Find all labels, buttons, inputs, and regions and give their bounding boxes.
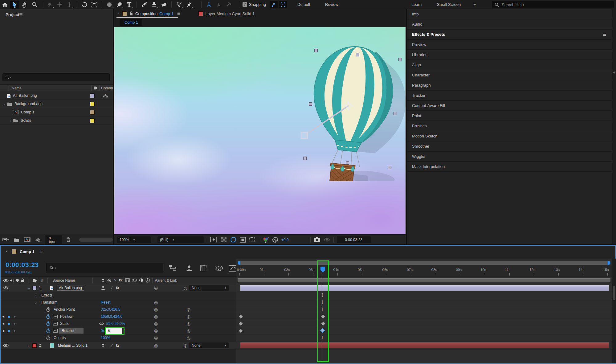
grid-guides-icon[interactable] — [249, 237, 256, 243]
effects-group-row[interactable]: › Effects — [1, 292, 236, 299]
stopwatch-icon-active[interactable] — [46, 314, 51, 319]
fx-switch-icon[interactable]: fx — [119, 278, 122, 282]
resolution-dropdown[interactable]: (Full)▾ — [157, 236, 204, 243]
sidebar-panel-audio[interactable]: Audio — [407, 19, 612, 30]
parent-pickwhip-icon[interactable]: ◎ — [187, 328, 190, 333]
sidebar-panel-character[interactable]: Character — [407, 70, 612, 80]
layer-handle[interactable] — [388, 166, 391, 169]
prev-keyframe-icon[interactable]: ◀ — [2, 315, 4, 318]
label-column-icon[interactable] — [32, 279, 37, 283]
new-folder-icon[interactable] — [14, 238, 19, 242]
composition-viewer[interactable] — [114, 27, 406, 234]
layer-source-name[interactable]: Medium ... Solid 1 — [58, 343, 88, 348]
axis-local-icon[interactable] — [204, 1, 214, 9]
sidebar-panel-tracker[interactable]: Tracker — [407, 91, 612, 101]
keyframe-toggle-icon[interactable]: ◆ — [8, 329, 10, 333]
video-column-eye-icon[interactable] — [3, 279, 9, 282]
quality-switch-icon[interactable]: ⟍ — [114, 278, 116, 282]
solo-column-icon[interactable] — [16, 279, 19, 282]
mask-visibility-icon[interactable] — [240, 237, 246, 243]
keyframe[interactable] — [239, 315, 243, 319]
snapshot-camera-icon[interactable] — [314, 237, 320, 242]
next-keyframe-icon[interactable]: ▶ — [14, 315, 16, 318]
timeline-tab-name[interactable]: Comp 1 — [20, 249, 35, 254]
layer-source-name[interactable]: Air Ballon.png — [57, 285, 84, 291]
workspace-tab-learn[interactable]: Learn — [411, 2, 422, 7]
timeline-menu-icon[interactable]: ☰ — [39, 249, 43, 253]
frame-blend-switch-icon[interactable] — [125, 278, 130, 282]
snap-features-toggle-icon[interactable] — [270, 1, 278, 8]
layer-handle[interactable] — [394, 112, 397, 115]
pickwhip-icon[interactable]: ◎ — [154, 314, 158, 319]
stopwatch-icon[interactable] — [46, 307, 51, 312]
layer-handle[interactable] — [314, 49, 318, 52]
pin-tool-icon[interactable] — [184, 1, 194, 9]
parent-pickwhip-icon[interactable]: ◎ — [184, 285, 187, 290]
close-tab-icon[interactable]: × — [118, 11, 120, 16]
home-icon[interactable] — [0, 1, 10, 9]
layer-label-swatch[interactable] — [32, 343, 37, 348]
workspace-tab-default[interactable]: Default — [297, 2, 310, 7]
time-ruler[interactable]: 0:00s01s02s03s04s05s06s07s08s09s10s11s12… — [236, 265, 612, 276]
adjustment-layer-switch-icon[interactable] — [139, 278, 143, 282]
expander-icon[interactable]: ⌄ — [2, 102, 7, 106]
magnification-dropdown[interactable]: 100%▾ — [117, 236, 151, 243]
constrain-link-icon[interactable] — [99, 322, 104, 325]
pickwhip-icon[interactable]: ◎ — [154, 343, 158, 348]
parent-pickwhip-icon[interactable]: ◎ — [187, 335, 190, 340]
parent-pickwhip-icon[interactable]: ◎ — [187, 307, 190, 312]
quality-toggle-icon[interactable]: ∕ — [112, 286, 112, 290]
sidebar-panel-content-aware-fill[interactable]: Content-Aware Fill — [407, 101, 612, 111]
layer1-duration-bar[interactable] — [240, 285, 609, 291]
tab-comp-name[interactable]: Comp 1 — [159, 11, 173, 16]
layer-expander[interactable]: ⌄ — [28, 286, 30, 290]
project-search-input[interactable]: ▾ — [2, 73, 110, 81]
rotation-revolutions[interactable]: 0x — [101, 329, 105, 333]
anchor-point-value[interactable]: 325,0,416,5 — [101, 307, 120, 312]
workspace-overflow-chevron[interactable]: » — [474, 2, 476, 7]
pan-camera-tool-icon[interactable] — [55, 1, 64, 9]
eye-icon[interactable] — [3, 344, 9, 347]
prev-keyframe-icon[interactable]: ◀ — [2, 322, 4, 325]
collapse-switch-icon[interactable] — [107, 278, 111, 282]
keyframe[interactable] — [239, 329, 243, 333]
label-color-swatch[interactable] — [90, 118, 95, 123]
shy-layers-icon[interactable] — [186, 265, 193, 272]
corner-handle-large[interactable] — [301, 132, 308, 139]
layer-tab-swatch[interactable] — [198, 11, 203, 16]
dolly-camera-tool-icon[interactable] — [65, 1, 74, 9]
prev-keyframe-icon[interactable]: ◀ — [2, 329, 4, 332]
stopwatch-icon-active[interactable] — [46, 328, 51, 333]
project-panel-menu-icon[interactable]: ☰ — [19, 12, 23, 17]
sidebar-panel-paint[interactable]: Paint — [407, 111, 612, 121]
pickwhip-icon[interactable]: ◎ — [154, 285, 158, 290]
position-row[interactable]: ◀ ◆ ▶ Position 1056,0,424,0 ◎ ◎ — [1, 313, 236, 320]
anchor-point-label[interactable]: Anchor Point — [54, 307, 75, 312]
project-flowchart-icon[interactable] — [2, 237, 9, 242]
axis-view-icon[interactable] — [224, 1, 233, 9]
layer-row-air-ballon[interactable]: ⌄ 1 Air Ballon.png ∕ fx ◎ ◎ None▾ — [1, 284, 236, 292]
layer-handle[interactable] — [346, 161, 349, 165]
fast-previews-icon[interactable] — [210, 237, 218, 243]
layer-handle[interactable] — [398, 58, 402, 61]
stopwatch-icon[interactable] — [46, 335, 51, 340]
sidebar-panel-align[interactable]: Align — [407, 60, 612, 70]
current-timecode[interactable]: 0:00:03:23 — [6, 261, 39, 268]
parent-link-column[interactable]: Parent & Link — [155, 278, 177, 283]
position-label[interactable]: Position — [60, 314, 73, 319]
unlock-icon[interactable] — [129, 11, 133, 16]
graph-toggle-icon[interactable] — [53, 329, 58, 333]
scale-row[interactable]: ◀ ◆ ▶ Scale 59,0,59,0% ◎ ◎ — [1, 320, 236, 327]
opacity-value[interactable]: 100% — [101, 336, 110, 340]
sidebar-panel-mask-interpolation[interactable]: Mask Interpolation — [407, 162, 612, 172]
layer-number-column[interactable]: # — [41, 278, 43, 283]
3d-layer-switch-icon[interactable] — [145, 278, 150, 283]
comp-panel-menu-icon[interactable]: ☰ — [177, 11, 181, 16]
sidebar-panel-wiggler[interactable]: Wiggler — [407, 152, 612, 162]
layer-label-swatch[interactable] — [32, 286, 37, 290]
label-color-column-icon[interactable] — [93, 86, 98, 90]
parent-pickwhip-icon[interactable]: ◎ — [184, 343, 187, 348]
layer1-track[interactable] — [236, 284, 612, 292]
collapsed-panel-strip[interactable] — [612, 9, 616, 244]
project-item-solids[interactable]: ›Solids — [0, 117, 113, 125]
